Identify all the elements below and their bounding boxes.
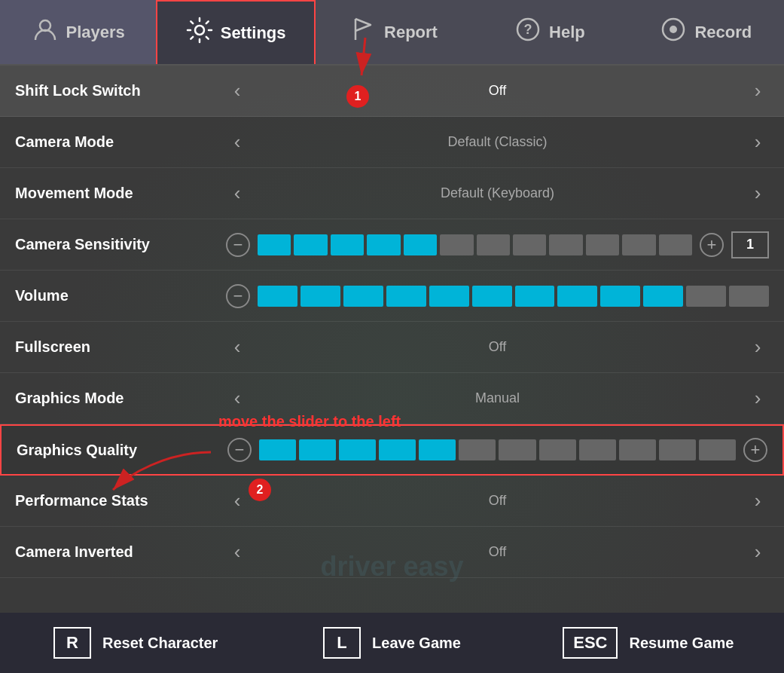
help-icon: ? — [514, 16, 541, 48]
nav-settings-label: Settings — [221, 23, 286, 43]
volume-slider[interactable] — [258, 286, 769, 307]
slider-block-0 — [259, 439, 296, 460]
report-icon — [349, 16, 377, 48]
nav-report-label: Report — [384, 23, 438, 42]
slider-block-4 — [404, 234, 437, 255]
slider-block-7 — [557, 286, 597, 307]
slider-block-10 — [622, 234, 655, 255]
fullscreen-value: Off — [260, 339, 735, 355]
graphics-mode-next[interactable]: › — [746, 387, 769, 410]
svg-text:?: ? — [524, 22, 532, 37]
camera-sensitivity-label: Camera Sensitivity — [15, 236, 226, 253]
leave-label: Leave Game — [372, 635, 461, 652]
setting-camera-mode: Camera Mode ‹ Default (Classic) › — [0, 117, 784, 168]
slider-block-9 — [586, 234, 619, 255]
setting-fullscreen: Fullscreen ‹ Off › — [0, 322, 784, 373]
slider-block-2 — [339, 439, 376, 460]
slider-block-11 — [699, 439, 736, 460]
performance-stats-label: Performance Stats — [15, 492, 226, 509]
graphics-mode-prev[interactable]: ‹ — [226, 387, 249, 410]
camera-mode-prev[interactable]: ‹ — [226, 130, 249, 154]
graphics-mode-value: Manual — [260, 390, 735, 406]
camera-sensitivity-value: 1 — [731, 231, 769, 258]
setting-volume: Volume − — [0, 271, 784, 322]
slider-block-8 — [579, 439, 616, 460]
camera-inverted-prev[interactable]: ‹ — [226, 540, 249, 564]
fullscreen-next[interactable]: › — [746, 335, 769, 359]
setting-movement-mode: Movement Mode ‹ Default (Keyboard) › — [0, 168, 784, 219]
nav-settings[interactable]: Settings — [156, 0, 315, 64]
reset-label: Reset Character — [102, 635, 218, 652]
reset-character-button[interactable]: R Reset Character — [15, 627, 256, 659]
slider-block-3 — [379, 439, 416, 460]
slider-block-0 — [258, 286, 297, 307]
slider-block-9 — [643, 286, 683, 307]
nav-record-label: Record — [694, 23, 752, 42]
graphics-quality-plus[interactable]: + — [743, 438, 767, 462]
setting-camera-inverted: Camera Inverted ‹ Off › — [0, 527, 784, 578]
record-icon — [660, 16, 687, 48]
nav-help[interactable]: ? Help — [471, 0, 627, 64]
slider-block-6 — [499, 439, 535, 460]
slider-block-4 — [429, 286, 469, 307]
slider-block-5 — [459, 439, 496, 460]
graphics-mode-label: Graphics Mode — [15, 390, 226, 407]
nav-report[interactable]: Report — [316, 0, 471, 64]
movement-mode-next[interactable]: › — [746, 182, 769, 205]
players-icon — [32, 16, 59, 48]
performance-stats-next[interactable]: › — [746, 489, 769, 512]
fullscreen-label: Fullscreen — [15, 338, 226, 356]
graphics-quality-label: Graphics Quality — [17, 442, 227, 459]
shift-lock-next[interactable]: › — [746, 79, 769, 102]
shift-lock-prev[interactable]: ‹ — [226, 79, 249, 102]
fullscreen-prev[interactable]: ‹ — [226, 335, 249, 359]
graphics-quality-slider[interactable] — [259, 439, 736, 460]
setting-graphics-quality: Graphics Quality − + — [0, 424, 784, 476]
slider-block-2 — [343, 286, 383, 307]
svg-point-1 — [195, 26, 204, 35]
resume-key: ESC — [563, 627, 618, 659]
slider-block-10 — [686, 286, 726, 307]
movement-mode-value: Default (Keyboard) — [260, 185, 735, 201]
camera-sensitivity-minus[interactable]: − — [226, 233, 250, 257]
camera-sensitivity-slider[interactable] — [258, 234, 692, 255]
leave-game-button[interactable]: L Leave Game — [271, 627, 512, 659]
volume-minus[interactable]: − — [226, 284, 250, 308]
slider-block-8 — [600, 286, 640, 307]
nav-record[interactable]: Record — [628, 0, 784, 64]
slider-block-10 — [659, 439, 696, 460]
nav-players-label: Players — [66, 23, 125, 42]
shift-lock-value: Off — [260, 83, 735, 99]
performance-stats-prev[interactable]: ‹ — [226, 489, 249, 512]
movement-mode-label: Movement Mode — [15, 185, 226, 202]
performance-stats-value: Off — [260, 493, 735, 509]
resume-game-button[interactable]: ESC Resume Game — [528, 627, 769, 659]
setting-graphics-mode: Graphics Mode ‹ Manual › — [0, 373, 784, 424]
nav-players[interactable]: Players — [0, 0, 156, 64]
slider-block-3 — [386, 286, 426, 307]
svg-point-5 — [670, 26, 677, 33]
slider-block-6 — [477, 234, 510, 255]
performance-stats-control: ‹ Off › — [226, 489, 769, 512]
slider-block-11 — [659, 234, 692, 255]
slider-block-1 — [299, 439, 336, 460]
slider-block-5 — [440, 234, 473, 255]
camera-mode-next[interactable]: › — [746, 130, 769, 154]
bottom-bar: R Reset Character L Leave Game ESC Resum… — [0, 613, 784, 673]
slider-block-8 — [549, 234, 582, 255]
settings-icon — [186, 17, 213, 49]
slider-block-11 — [729, 286, 769, 307]
slider-block-1 — [300, 286, 340, 307]
camera-mode-label: Camera Mode — [15, 133, 226, 151]
nav-help-label: Help — [549, 23, 585, 42]
camera-sensitivity-control: − + 1 — [226, 231, 769, 258]
graphics-quality-minus[interactable]: − — [227, 438, 252, 462]
setting-camera-sensitivity: Camera Sensitivity − + 1 — [0, 219, 784, 271]
resume-label: Resume Game — [629, 635, 734, 652]
camera-inverted-next[interactable]: › — [746, 540, 769, 564]
camera-inverted-control: ‹ Off › — [226, 540, 769, 564]
movement-mode-prev[interactable]: ‹ — [226, 182, 249, 205]
camera-sensitivity-plus[interactable]: + — [700, 233, 724, 257]
shift-lock-label: Shift Lock Switch — [15, 82, 226, 99]
slider-block-6 — [515, 286, 555, 307]
